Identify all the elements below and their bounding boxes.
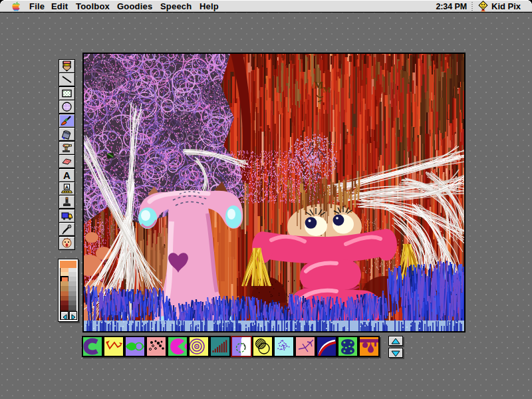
svg-text:A: A [63, 170, 70, 181]
svg-text:M: M [323, 84, 331, 94]
svg-text:A: A [65, 184, 69, 190]
